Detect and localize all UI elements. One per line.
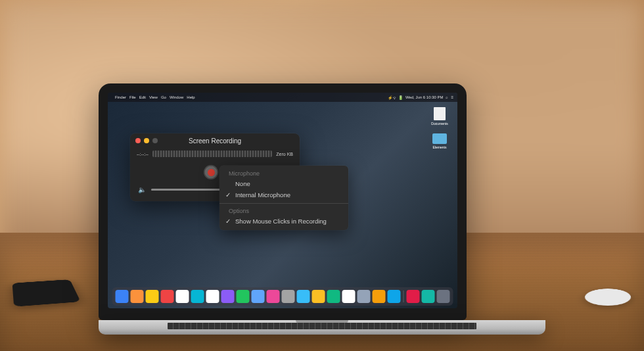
menubar-file[interactable]: File (129, 95, 136, 99)
document-icon (434, 107, 446, 120)
menu-icon[interactable]: ≡ (451, 95, 453, 99)
menubar-view[interactable]: View (149, 95, 158, 99)
laptop-base (99, 320, 545, 335)
progress-bar (152, 151, 272, 157)
speaker-icon: 🔈 (138, 186, 146, 193)
dock-app-icon[interactable] (191, 290, 204, 303)
menubar-go[interactable]: Go (161, 95, 166, 99)
options-dropdown: Microphone None Internal Microphone Opti… (219, 166, 348, 230)
folder-icon (432, 133, 447, 144)
recording-size: Zero KB (276, 152, 293, 156)
dock (112, 287, 453, 306)
dropdown-header-mic: Microphone (219, 169, 348, 178)
dock-app-icon[interactable] (252, 290, 265, 303)
menubar-help[interactable]: Help (187, 95, 195, 99)
laptop-screen: Finder File Edit View Go Window Help ⚡ ᯤ… (99, 83, 467, 320)
dock-app-icon[interactable] (407, 290, 420, 303)
dock-app-icon[interactable] (206, 290, 219, 303)
dropdown-item-internal-mic[interactable]: Internal Microphone (219, 189, 348, 200)
dock-app-icon[interactable] (116, 290, 129, 303)
status-icons[interactable]: ⚡ ᯤ 🔋 (388, 95, 403, 100)
desktop-icon-label: Documents (431, 122, 448, 126)
recording-time: --:--:-- (137, 152, 149, 156)
desktop-icon-documents[interactable]: Documents (431, 107, 448, 126)
dock-app-icon[interactable] (357, 290, 371, 303)
dropdown-item-mouse-clicks[interactable]: Show Mouse Clicks in Recording (219, 216, 348, 227)
dock-app-icon[interactable] (388, 290, 401, 303)
menubar: Finder File Edit View Go Window Help ⚡ ᯤ… (108, 93, 457, 102)
dock-app-icon[interactable] (422, 290, 435, 303)
menubar-edit[interactable]: Edit (139, 95, 146, 99)
dropdown-item-none[interactable]: None (219, 178, 348, 189)
dropdown-divider (219, 203, 348, 204)
window-title: Screen Recording (130, 137, 300, 145)
dock-app-icon[interactable] (297, 290, 310, 303)
search-icon[interactable]: ⌕ (446, 95, 448, 99)
dock-app-icon[interactable] (176, 290, 189, 303)
menubar-app[interactable]: Finder (115, 95, 126, 99)
dock-app-icon[interactable] (327, 290, 340, 303)
dock-app-icon[interactable] (342, 290, 356, 303)
dock-app-icon[interactable] (267, 290, 280, 303)
dock-app-icon[interactable] (131, 290, 144, 303)
record-button[interactable] (204, 165, 218, 179)
titlebar[interactable]: Screen Recording (130, 133, 300, 148)
dock-app-icon[interactable] (312, 290, 325, 303)
dock-app-icon[interactable] (282, 290, 295, 303)
dock-app-icon[interactable] (373, 290, 386, 303)
dropdown-header-options: Options (219, 206, 348, 216)
menubar-datetime[interactable]: Wed, Jun 6 10:30 PM (405, 95, 444, 99)
desktop-icon-folder[interactable]: Elements (431, 133, 448, 149)
dock-app-icon[interactable] (161, 290, 174, 303)
desktop-icon-label: Elements (433, 145, 447, 149)
menubar-window[interactable]: Window (170, 95, 183, 99)
dock-app-icon[interactable] (221, 290, 235, 303)
dock-app-icon[interactable] (437, 290, 450, 303)
dock-app-icon[interactable] (146, 290, 159, 303)
dock-app-icon[interactable] (237, 290, 250, 303)
